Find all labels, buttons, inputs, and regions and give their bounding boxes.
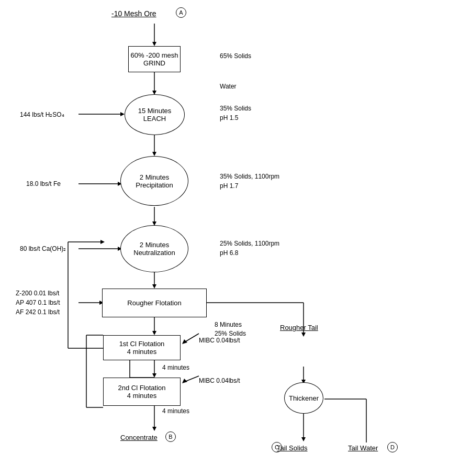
z200-label: Z-200 0.01 lbs/t xyxy=(16,290,59,297)
rougher-flotation-node: Rougher Flotation xyxy=(102,289,207,317)
grind-text: 60% -200 mesh GRIND xyxy=(130,51,178,67)
fe-label: 18.0 lbs/t Fe xyxy=(26,180,61,187)
svg-marker-46 xyxy=(182,379,187,383)
precipitation-node: 2 Minutes Precipitation xyxy=(120,156,188,206)
leach-text: 15 Minutes LEACH xyxy=(138,107,172,123)
neutralization-node: 2 Minutes Neutralization xyxy=(120,225,188,272)
svg-marker-23 xyxy=(152,427,156,431)
leach-right2: pH 1.5 xyxy=(220,114,238,121)
first-cl-time: 4 minutes xyxy=(162,364,189,371)
grind-right-label: 65% Solids xyxy=(220,52,251,60)
h2so4-label: 144 lbs/t H₂SO₄ xyxy=(20,111,64,118)
svg-marker-15 xyxy=(152,284,156,289)
precip-right1: 35% Solids, 1100rpm xyxy=(220,173,279,180)
leach-right1: 35% Solids xyxy=(220,105,251,112)
rougher-flotation-text: Rougher Flotation xyxy=(127,299,181,307)
svg-marker-1 xyxy=(152,42,156,46)
circle-b: B xyxy=(165,431,176,442)
first-cl-node: 1st Cl Flotation 4 minutes xyxy=(103,335,181,360)
second-cl-node: 2nd Cl Flotation 4 minutes xyxy=(103,378,181,406)
svg-line-43 xyxy=(183,334,199,343)
af242-label: AF 242 0.1 lbs/t xyxy=(16,308,60,316)
svg-line-45 xyxy=(183,376,199,382)
mibc2-label: MIBC 0.04lbs/t xyxy=(199,377,240,384)
second-cl-time: 4 minutes xyxy=(162,407,189,415)
svg-marker-7 xyxy=(152,152,156,156)
leach-node: 15 Minutes LEACH xyxy=(125,94,185,135)
flow-arrows xyxy=(0,0,449,476)
svg-marker-21 xyxy=(152,373,156,378)
caoh2-label: 80 lbs/t Ca(OH)₂ xyxy=(20,245,66,252)
ore-label: -10 Mesh Ore xyxy=(111,9,156,18)
circle-d: D xyxy=(387,442,398,452)
thickener-node: Thickener xyxy=(284,382,323,414)
ap407-label: AP 407 0.1 lbs/t xyxy=(16,299,60,306)
precipitation-text: 2 Minutes Precipitation xyxy=(136,173,173,189)
tail-water-label: Tail Water xyxy=(348,444,378,452)
first-cl-text: 1st Cl Flotation 4 minutes xyxy=(119,340,165,356)
svg-marker-19 xyxy=(152,331,156,335)
process-diagram: -10 Mesh Ore A 60% -200 mesh GRIND 65% S… xyxy=(0,0,449,476)
rougher-right2: 25% Solids xyxy=(215,330,246,337)
svg-marker-44 xyxy=(182,339,187,344)
neutralization-text: 2 Minutes Neutralization xyxy=(133,241,175,257)
second-cl-text: 2nd Cl Flotation 4 minutes xyxy=(118,384,165,400)
circle-a: A xyxy=(176,7,186,18)
svg-marker-30 xyxy=(301,437,306,441)
mibc1-label: MIBC 0.04lbs/t xyxy=(199,337,240,344)
svg-marker-5 xyxy=(120,112,125,116)
neutral-right1: 25% Solids, 1100rpm xyxy=(220,240,279,247)
rougher-tail-label: Rougher Tail xyxy=(280,324,318,331)
precip-right2: pH 1.7 xyxy=(220,182,238,190)
rougher-right1: 8 Minutes xyxy=(215,321,242,328)
svg-marker-26 xyxy=(301,333,306,337)
thickener-text: Thickener xyxy=(289,394,319,402)
circle-c: C xyxy=(272,442,282,452)
water-label: Water xyxy=(220,83,237,90)
svg-marker-39 xyxy=(100,240,105,244)
concentrate-label: Concentrate xyxy=(120,434,158,441)
grind-node: 60% -200 mesh GRIND xyxy=(128,46,181,72)
neutral-right2: pH 6.8 xyxy=(220,249,238,257)
